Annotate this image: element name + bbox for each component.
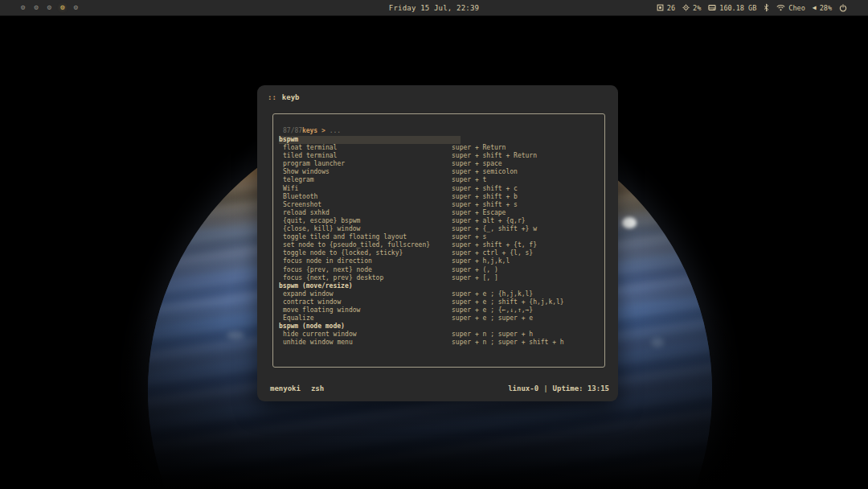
- keybinding-keys: super + h,j,k,l: [452, 257, 510, 265]
- keybinding-keys: super + {_, shift +} w: [452, 225, 537, 233]
- volume-value: 28%: [820, 4, 832, 12]
- memory-value: 26: [667, 4, 675, 12]
- keybinding-row[interactable]: move floating window super + e ; {←,↓,↑,…: [279, 306, 601, 314]
- fzf-query-input[interactable]: ...: [330, 127, 341, 134]
- keybinding-description: tiled terminal: [279, 152, 452, 160]
- keybinding-row[interactable]: toggle tiled and floating layout super +…: [279, 233, 601, 241]
- keybinding-keys: super + shift + {t, f}: [452, 241, 537, 249]
- keybinding-description: contract window: [279, 298, 452, 306]
- keybinding-description: Bluetooth: [279, 193, 452, 201]
- keybinding-row[interactable]: expand window super + e ; {h,j,k,l}: [279, 290, 601, 298]
- keybinding-keys: super + e ; {←,↓,↑,→}: [452, 306, 533, 314]
- keybinding-row[interactable]: Wifi super + shift + c: [279, 185, 601, 193]
- bluetooth-icon: [764, 3, 769, 12]
- keybinding-description: focus node in direction: [279, 257, 452, 265]
- keybinding-keys: super + alt + {q,r}: [452, 217, 526, 225]
- keybinding-description: Equalize: [279, 314, 452, 323]
- keybinding-row[interactable]: Screenshot super + shift + s: [279, 201, 601, 209]
- system-tray-modules: 26 2% 160.18 GB: [657, 3, 868, 12]
- keybinding-keys: super + space: [452, 160, 502, 168]
- keybinding-row[interactable]: Show windows super + semicolon: [279, 168, 601, 176]
- cpu-module: 2%: [682, 4, 701, 12]
- statusline-shell: zsh: [311, 384, 324, 392]
- keybinding-description: telegram: [279, 176, 452, 184]
- window-title-text: keyb: [282, 93, 300, 101]
- keybinding-row[interactable]: bspwm (node mode): [279, 323, 601, 331]
- keybinding-row[interactable]: contract window super + e ; shift + {h,j…: [279, 298, 601, 306]
- statusline-app: menyoki: [270, 384, 301, 392]
- keybinding-list: bspwm float terminal super + Return tile…: [279, 136, 601, 347]
- keybinding-row[interactable]: {close, kill} window super + {_, shift +…: [279, 225, 601, 233]
- terminal-statusline: menyoki zsh linux-0 | Uptime: 13:15: [270, 384, 609, 392]
- keybinding-description: reload sxhkd: [279, 209, 452, 217]
- power-module[interactable]: [839, 4, 847, 12]
- statusline-separator: |: [543, 384, 547, 392]
- keybinding-keys: super + Escape: [452, 209, 506, 217]
- keybinding-keys: super + shift + c: [452, 185, 518, 193]
- keybinding-description: unhide window menu: [279, 339, 452, 347]
- keybinding-row[interactable]: bspwm: [279, 136, 601, 144]
- keybinding-row[interactable]: reload sxhkd super + Escape: [279, 209, 601, 217]
- keybinding-description: bspwm (move/resize): [279, 282, 452, 290]
- keybinding-row[interactable]: Equalize super + e ; super + e: [279, 314, 601, 323]
- statusline-host: linux-0: [508, 384, 538, 392]
- keybinding-row[interactable]: bspwm (move/resize): [279, 282, 601, 290]
- keybinding-keys: super + semicolon: [452, 168, 518, 176]
- bluetooth-module[interactable]: [764, 3, 769, 12]
- volume-module[interactable]: ◀ 28%: [813, 4, 832, 12]
- keybinding-row[interactable]: tiled terminal super + shift + Return: [279, 152, 601, 160]
- statusline-uptime: Uptime: 13:15: [553, 384, 609, 392]
- fzf-prompt-line[interactable]: keys > ...: [279, 119, 601, 127]
- keybinding-row[interactable]: {quit, escape} bspwm super + alt + {q,r}: [279, 217, 601, 225]
- cpu-icon: [682, 4, 690, 11]
- keybinding-description: Show windows: [279, 168, 452, 176]
- keybinding-keys: super + shift + s: [452, 201, 518, 209]
- keybinding-keys: super + Return: [452, 144, 506, 152]
- keybinding-description: Wifi: [279, 185, 452, 193]
- keybinding-row[interactable]: focus {next, prev} desktop super + [, ]: [279, 274, 601, 282]
- wifi-icon: [776, 4, 785, 11]
- keybinding-row[interactable]: toggle node to {locked, sticky} super + …: [279, 249, 601, 257]
- keybinding-row[interactable]: set node to {pseudo_tiled, fullscreen} s…: [279, 241, 601, 249]
- keybinding-description: {close, kill} window: [279, 225, 452, 233]
- fzf-border-box: keys > ... 87/87 bspwm float terminal su…: [272, 113, 605, 368]
- keybinding-description: set node to {pseudo_tiled, fullscreen}: [279, 241, 452, 249]
- disk-icon: [708, 4, 716, 11]
- disk-value: 160.18 GB: [719, 4, 756, 12]
- volume-icon: ◀: [813, 5, 817, 11]
- window-title: ::keyb: [268, 93, 300, 101]
- power-icon: [839, 4, 847, 12]
- keybinding-keys: super + (, ): [452, 266, 498, 274]
- keybinding-keys: super + e ; shift + {h,j,k,l}: [452, 298, 564, 306]
- top-status-bar: ⚙⚙⚙⚙⚙ Friday 15 Jul, 22:39 26 2%: [0, 0, 868, 16]
- keybinding-row[interactable]: float terminal super + Return: [279, 144, 601, 152]
- keybinding-row[interactable]: telegram super + t: [279, 176, 601, 184]
- title-prefix-icon: ::: [268, 93, 276, 101]
- statusline-left: menyoki zsh: [270, 384, 324, 392]
- keybinding-row[interactable]: program launcher super + space: [279, 160, 601, 168]
- keybinding-description: expand window: [279, 290, 452, 298]
- keybinding-keys: super + e ; {h,j,k,l}: [452, 290, 533, 298]
- keybinding-keys: super + n ; super + h: [452, 331, 533, 339]
- keybinding-row[interactable]: focus node in direction super + h,j,k,l: [279, 257, 601, 265]
- keybinding-description: bspwm (node mode): [279, 323, 452, 331]
- keybinding-row[interactable]: Bluetooth super + shift + b: [279, 193, 601, 201]
- keybinding-row[interactable]: focus {prev, next} node super + (, ): [279, 266, 601, 274]
- keybinding-description: focus {prev, next} node: [279, 266, 452, 274]
- keybinding-row[interactable]: unhide window menu super + n ; super + s…: [279, 339, 601, 347]
- wifi-module[interactable]: Cheo: [776, 4, 805, 12]
- terminal-window-keyb: ::keyb keys > ... 87/87 bspwm float term…: [257, 85, 618, 401]
- fzf-prompt: keys >: [302, 127, 326, 134]
- wifi-ssid: Cheo: [788, 4, 805, 12]
- cpu-value: 2%: [693, 4, 701, 12]
- keybinding-row[interactable]: hide current window super + n ; super + …: [279, 331, 601, 339]
- keybinding-description: hide current window: [279, 331, 452, 339]
- keybinding-keys: super + shift + Return: [452, 152, 537, 160]
- keybinding-description: program launcher: [279, 160, 452, 168]
- keybinding-keys: super + n ; super + shift + h: [452, 339, 564, 347]
- keybinding-description: {quit, escape} bspwm: [279, 217, 452, 225]
- keybinding-description: focus {next, prev} desktop: [279, 274, 452, 282]
- keybinding-description: float terminal: [279, 144, 452, 152]
- statusline-right: linux-0 | Uptime: 13:15: [508, 384, 609, 392]
- keybinding-keys: super + ctrl + {l, s}: [452, 249, 533, 257]
